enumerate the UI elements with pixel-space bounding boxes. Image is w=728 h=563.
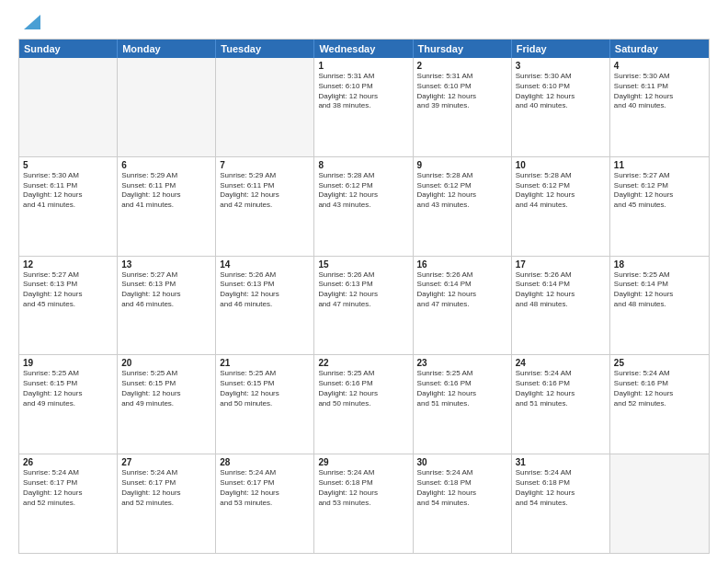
day-info: Sunrise: 5:26 AMSunset: 6:13 PMDaylight:… [318,270,408,310]
day-number: 9 [417,160,507,170]
calendar-header-thursday: Thursday [414,40,512,58]
calendar-cell: 16Sunrise: 5:26 AMSunset: 6:14 PMDayligh… [414,257,512,355]
day-number: 18 [614,259,705,270]
calendar-cell: 17Sunrise: 5:26 AMSunset: 6:14 PMDayligh… [512,257,610,355]
calendar-week-2: 5Sunrise: 5:30 AMSunset: 6:11 PMDaylight… [19,157,709,257]
calendar-week-4: 19Sunrise: 5:25 AMSunset: 6:15 PMDayligh… [19,355,709,454]
day-info: Sunrise: 5:25 AMSunset: 6:15 PMDaylight:… [121,369,211,408]
calendar-header-wednesday: Wednesday [314,40,413,58]
calendar-cell: 3Sunrise: 5:30 AMSunset: 6:10 PMDaylight… [512,58,610,156]
calendar-cell: 19Sunrise: 5:25 AMSunset: 6:15 PMDayligh… [19,355,118,454]
day-info: Sunrise: 5:24 AMSunset: 6:18 PMDaylight:… [417,468,507,508]
day-info: Sunrise: 5:31 AMSunset: 6:10 PMDaylight:… [318,72,408,111]
day-info: Sunrise: 5:31 AMSunset: 6:10 PMDaylight:… [417,72,507,111]
day-number: 21 [220,358,310,368]
calendar-cell: 15Sunrise: 5:26 AMSunset: 6:13 PMDayligh… [314,257,413,355]
day-info: Sunrise: 5:26 AMSunset: 6:13 PMDaylight:… [220,270,310,310]
day-number: 27 [121,457,211,467]
day-info: Sunrise: 5:24 AMSunset: 6:18 PMDaylight:… [516,468,606,508]
day-number: 3 [516,61,606,71]
day-number: 15 [318,259,408,270]
day-number: 29 [318,457,408,467]
calendar-week-1: 1Sunrise: 5:31 AMSunset: 6:10 PMDaylight… [19,58,709,157]
day-number: 10 [516,160,606,170]
day-number: 6 [121,160,211,170]
day-info: Sunrise: 5:28 AMSunset: 6:12 PMDaylight:… [516,171,606,211]
day-number: 14 [220,259,310,270]
day-number: 1 [318,61,408,71]
day-number: 5 [23,160,113,170]
day-number: 7 [220,160,310,170]
calendar-cell: 6Sunrise: 5:29 AMSunset: 6:11 PMDaylight… [118,157,216,256]
day-number: 12 [23,259,113,270]
day-info: Sunrise: 5:27 AMSunset: 6:13 PMDaylight:… [121,270,211,310]
day-info: Sunrise: 5:29 AMSunset: 6:11 PMDaylight:… [121,171,211,211]
day-number: 13 [121,259,211,270]
calendar-cell: 22Sunrise: 5:25 AMSunset: 6:16 PMDayligh… [314,355,413,454]
calendar-cell: 20Sunrise: 5:25 AMSunset: 6:15 PMDayligh… [118,355,216,454]
day-info: Sunrise: 5:26 AMSunset: 6:14 PMDaylight:… [417,270,507,310]
day-number: 17 [516,259,606,270]
day-info: Sunrise: 5:24 AMSunset: 6:16 PMDaylight:… [614,369,705,408]
calendar: SundayMondayTuesdayWednesdayThursdayFrid… [18,39,710,554]
day-info: Sunrise: 5:27 AMSunset: 6:13 PMDaylight:… [23,270,113,310]
day-number: 31 [516,457,606,467]
day-info: Sunrise: 5:29 AMSunset: 6:11 PMDaylight:… [220,171,310,211]
logo [18,17,40,31]
day-info: Sunrise: 5:30 AMSunset: 6:10 PMDaylight:… [516,72,606,111]
day-info: Sunrise: 5:30 AMSunset: 6:11 PMDaylight:… [23,171,113,211]
day-info: Sunrise: 5:28 AMSunset: 6:12 PMDaylight:… [318,171,408,211]
calendar-cell: 2Sunrise: 5:31 AMSunset: 6:10 PMDaylight… [414,58,512,156]
day-number: 4 [614,61,705,71]
day-info: Sunrise: 5:24 AMSunset: 6:17 PMDaylight:… [23,468,113,508]
calendar-cell: 11Sunrise: 5:27 AMSunset: 6:12 PMDayligh… [610,157,709,256]
header [18,17,710,31]
calendar-cell: 27Sunrise: 5:24 AMSunset: 6:17 PMDayligh… [118,454,216,553]
day-info: Sunrise: 5:24 AMSunset: 6:17 PMDaylight:… [121,468,211,508]
calendar-cell: 24Sunrise: 5:24 AMSunset: 6:16 PMDayligh… [512,355,610,454]
calendar-cell: 10Sunrise: 5:28 AMSunset: 6:12 PMDayligh… [512,157,610,256]
day-number: 25 [614,358,705,368]
day-number: 30 [417,457,507,467]
calendar-cell: 26Sunrise: 5:24 AMSunset: 6:17 PMDayligh… [19,454,118,553]
calendar-week-3: 12Sunrise: 5:27 AMSunset: 6:13 PMDayligh… [19,257,709,356]
day-number: 24 [516,358,606,368]
calendar-cell [610,454,709,553]
calendar-cell: 23Sunrise: 5:25 AMSunset: 6:16 PMDayligh… [414,355,512,454]
calendar-header-friday: Friday [512,40,610,58]
calendar-header-tuesday: Tuesday [216,40,314,58]
calendar-cell: 29Sunrise: 5:24 AMSunset: 6:18 PMDayligh… [314,454,413,553]
calendar-cell [118,58,216,156]
day-number: 8 [318,160,408,170]
calendar-cell: 30Sunrise: 5:24 AMSunset: 6:18 PMDayligh… [414,454,512,553]
calendar-cell: 12Sunrise: 5:27 AMSunset: 6:13 PMDayligh… [19,257,118,355]
svg-marker-0 [24,15,40,29]
calendar-cell: 14Sunrise: 5:26 AMSunset: 6:13 PMDayligh… [216,257,314,355]
calendar-cell: 1Sunrise: 5:31 AMSunset: 6:10 PMDaylight… [314,58,413,156]
calendar-cell: 4Sunrise: 5:30 AMSunset: 6:11 PMDaylight… [610,58,709,156]
calendar-cell: 9Sunrise: 5:28 AMSunset: 6:12 PMDaylight… [414,157,512,256]
calendar-cell: 5Sunrise: 5:30 AMSunset: 6:11 PMDaylight… [19,157,118,256]
day-number: 22 [318,358,408,368]
calendar-header-monday: Monday [118,40,216,58]
calendar-cell [216,58,314,156]
calendar-header-sunday: Sunday [19,40,118,58]
calendar-cell [19,58,118,156]
calendar-cell: 8Sunrise: 5:28 AMSunset: 6:12 PMDaylight… [314,157,413,256]
calendar-cell: 31Sunrise: 5:24 AMSunset: 6:18 PMDayligh… [512,454,610,553]
day-info: Sunrise: 5:25 AMSunset: 6:15 PMDaylight:… [220,369,310,408]
day-info: Sunrise: 5:25 AMSunset: 6:14 PMDaylight:… [614,270,705,310]
calendar-body: 1Sunrise: 5:31 AMSunset: 6:10 PMDaylight… [19,58,709,553]
day-number: 23 [417,358,507,368]
page: SundayMondayTuesdayWednesdayThursdayFrid… [0,0,728,563]
day-info: Sunrise: 5:24 AMSunset: 6:16 PMDaylight:… [516,369,606,408]
day-info: Sunrise: 5:27 AMSunset: 6:12 PMDaylight:… [614,171,705,211]
calendar-cell: 28Sunrise: 5:24 AMSunset: 6:17 PMDayligh… [216,454,314,553]
day-info: Sunrise: 5:25 AMSunset: 6:16 PMDaylight:… [417,369,507,408]
day-info: Sunrise: 5:28 AMSunset: 6:12 PMDaylight:… [417,171,507,211]
calendar-cell: 13Sunrise: 5:27 AMSunset: 6:13 PMDayligh… [118,257,216,355]
day-number: 16 [417,259,507,270]
calendar-cell: 18Sunrise: 5:25 AMSunset: 6:14 PMDayligh… [610,257,709,355]
calendar-week-5: 26Sunrise: 5:24 AMSunset: 6:17 PMDayligh… [19,454,709,553]
day-info: Sunrise: 5:25 AMSunset: 6:15 PMDaylight:… [23,369,113,408]
